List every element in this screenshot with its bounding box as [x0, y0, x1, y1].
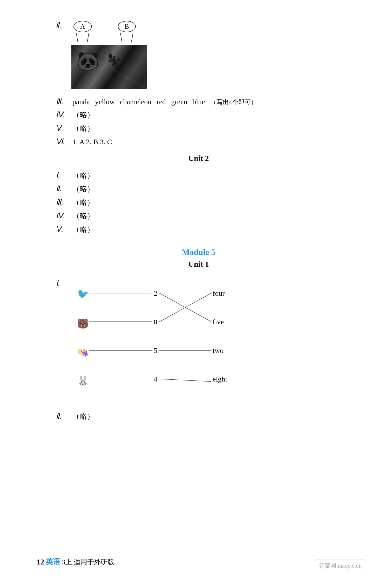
panda-image: 🐼 🦎 — [71, 45, 147, 89]
unit2-section-iii: Ⅲ. （略） — [56, 198, 341, 207]
footer-number: 12 — [36, 557, 44, 566]
section-v-label: Ⅴ. — [56, 123, 69, 133]
unit2-section-i: Ⅰ. （略） — [56, 170, 341, 180]
unit2-iii-text: （略） — [72, 198, 94, 207]
module5-title: Module 5 — [56, 247, 341, 257]
svg-text:five: five — [213, 318, 224, 326]
section-vi-text: 1. A 2. B 3. C — [72, 138, 112, 146]
svg-text:eight: eight — [213, 375, 227, 383]
footer-subtitle: 3上 适用于外研版 — [62, 557, 114, 567]
unit2-iii-label: Ⅲ. — [56, 198, 69, 207]
svg-line-1 — [84, 45, 147, 76]
unit2-section-iv: Ⅳ. （略） — [56, 211, 341, 221]
unit2-sections: Ⅰ. （略） Ⅱ. （略） Ⅲ. （略） Ⅳ. （略） Ⅴ. （略） — [56, 170, 341, 234]
matching-diagram: 🐦 🐻 👒 🐰 2 8 5 4 four five two eight — [75, 276, 252, 404]
m5-section-ii: Ⅱ. （略） — [56, 411, 341, 421]
unit2-section-ii: Ⅱ. （略） — [56, 184, 341, 194]
section-iii-label: Ⅲ. — [56, 97, 69, 106]
section-iv-label: Ⅳ. — [56, 110, 69, 119]
section-v: Ⅴ. （略） — [56, 123, 341, 133]
svg-text:🐦: 🐦 — [77, 288, 89, 299]
svg-line-22 — [159, 379, 211, 382]
footer-english: 英语 — [46, 557, 60, 567]
unit1-title: Unit 1 — [56, 260, 341, 268]
unit2-ii-label: Ⅱ. — [56, 184, 69, 193]
svg-text:8: 8 — [154, 318, 157, 326]
word-panda: panda — [72, 98, 90, 106]
m5-ii-label: Ⅱ. — [56, 411, 69, 420]
watermark: 答案圈 mxqe.com — [315, 560, 366, 572]
bubble-a-group: A — [73, 21, 92, 42]
matching-label: Ⅰ. — [56, 279, 69, 288]
unit2-iv-text: （略） — [72, 211, 94, 221]
unit2-title: Unit 2 — [56, 154, 341, 163]
svg-text:🐻: 🐻 — [77, 318, 89, 329]
svg-text:👒: 👒 — [77, 347, 89, 358]
unit2-iv-label: Ⅳ. — [56, 211, 69, 220]
section-v-text: （略） — [72, 123, 94, 133]
section-iv: Ⅳ. （略） — [56, 110, 341, 120]
bubble-b: B — [118, 21, 136, 32]
word-green: green — [171, 98, 187, 106]
word-chameleon: chameleon — [120, 98, 151, 106]
svg-text:2: 2 — [154, 289, 157, 297]
bubble-a: A — [73, 21, 92, 32]
word-blue: blue — [192, 98, 205, 106]
unit2-section-v: Ⅴ. （略） — [56, 225, 341, 234]
section-iii-note: （写出4个即可） — [210, 98, 257, 106]
svg-text:4: 4 — [154, 375, 157, 383]
unit2-i-label: Ⅰ. — [56, 170, 69, 180]
section-vi: Ⅵ. 1. A 2. B 3. C — [56, 137, 341, 146]
section-iv-text: （略） — [72, 110, 94, 120]
svg-text:5: 5 — [154, 346, 157, 354]
section-iii: Ⅲ. panda yellow chameleon red green blue… — [56, 97, 341, 106]
unit2-v-text: （略） — [72, 225, 94, 234]
svg-text:two: two — [213, 346, 224, 354]
word-yellow: yellow — [95, 98, 115, 106]
unit2-v-label: Ⅴ. — [56, 225, 69, 234]
svg-line-2 — [71, 58, 134, 89]
m5-ii-text: （略） — [72, 411, 94, 421]
footer: 12 英语 3上 适用于外研版 — [36, 557, 114, 567]
svg-text:four: four — [213, 289, 225, 297]
bubble-b-group: B — [118, 21, 136, 42]
section-ii-label: Ⅱ. — [56, 21, 66, 29]
unit2-ii-text: （略） — [72, 184, 94, 194]
svg-text:🐰: 🐰 — [77, 375, 89, 386]
section-vi-label: Ⅵ. — [56, 137, 69, 146]
word-red: red — [157, 98, 166, 106]
unit2-i-text: （略） — [72, 170, 94, 180]
svg-line-0 — [71, 45, 147, 89]
